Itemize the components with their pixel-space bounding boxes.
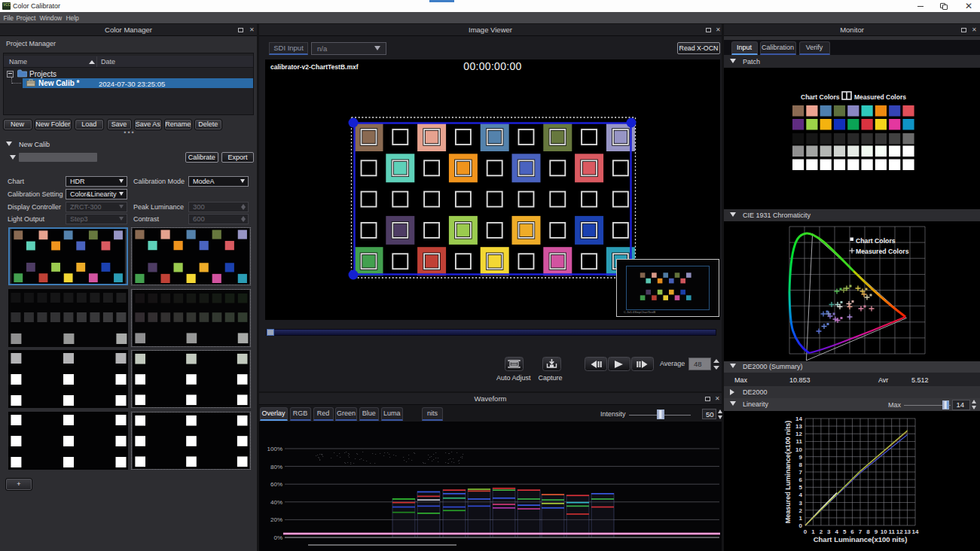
- svg-text:14: 14: [795, 416, 802, 422]
- svg-text:12: 12: [896, 528, 903, 535]
- svg-text:0: 0: [804, 528, 808, 535]
- svg-text:3: 3: [799, 500, 803, 507]
- svg-text:6: 6: [799, 476, 803, 483]
- svg-text:80%: 80%: [270, 464, 282, 470]
- svg-text:3: 3: [827, 528, 831, 535]
- svg-text:1: 1: [811, 528, 815, 535]
- svg-text:13: 13: [795, 423, 802, 430]
- svg-text:2: 2: [820, 528, 823, 535]
- svg-text:20%: 20%: [270, 516, 282, 523]
- svg-text:0%: 0%: [273, 534, 282, 541]
- svg-text:6: 6: [850, 528, 854, 535]
- svg-text:Chart Luminance(x100 nits): Chart Luminance(x100 nits): [814, 535, 908, 543]
- svg-text:4: 4: [799, 492, 803, 498]
- svg-text:100%: 100%: [267, 446, 282, 452]
- svg-text:14: 14: [912, 528, 919, 535]
- svg-text:9: 9: [875, 528, 878, 535]
- svg-text:Measured Luminance(x100 nits): Measured Luminance(x100 nits): [784, 421, 792, 524]
- svg-text:10: 10: [881, 528, 887, 535]
- svg-text:5: 5: [843, 528, 847, 535]
- svg-text:40%: 40%: [270, 499, 282, 506]
- svg-text:9: 9: [799, 454, 803, 461]
- svg-text:12: 12: [795, 431, 802, 437]
- svg-text:13: 13: [904, 528, 911, 535]
- svg-text:0: 0: [799, 522, 803, 529]
- svg-text:8: 8: [799, 461, 803, 468]
- svg-text:8: 8: [866, 528, 870, 535]
- svg-text:11: 11: [796, 438, 803, 445]
- svg-text:C-3x5-6StepChartTestB: C-3x5-6StepChartTestB: [624, 310, 656, 314]
- svg-text:7: 7: [799, 469, 803, 476]
- svg-text:11: 11: [888, 528, 895, 535]
- svg-text:4: 4: [835, 528, 838, 535]
- svg-text:60%: 60%: [270, 481, 282, 488]
- svg-text:Chart Colors: Chart Colors: [856, 237, 896, 245]
- svg-text:2: 2: [799, 507, 803, 514]
- svg-text:10: 10: [795, 446, 802, 453]
- svg-text:1: 1: [799, 515, 803, 522]
- svg-text:7: 7: [859, 528, 862, 535]
- svg-text:Measured Colors: Measured Colors: [856, 248, 909, 255]
- svg-text:5: 5: [799, 484, 803, 491]
